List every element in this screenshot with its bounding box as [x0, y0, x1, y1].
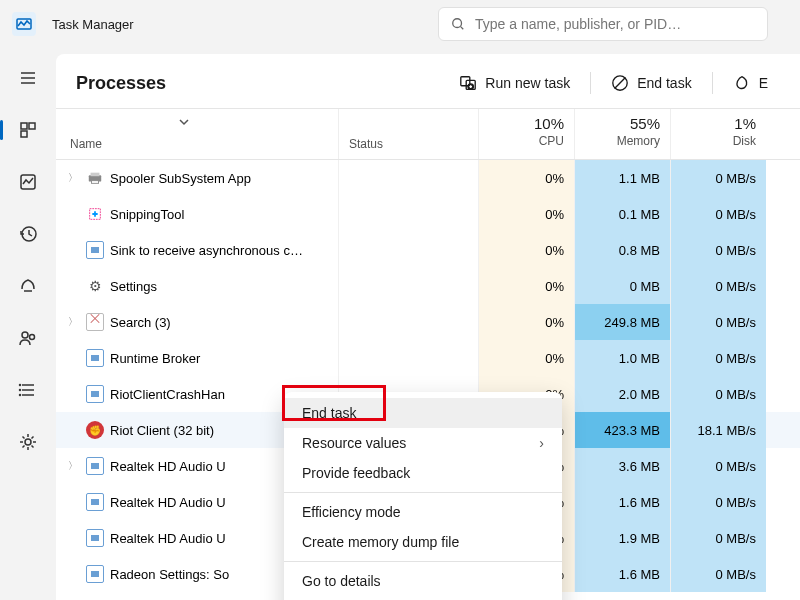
- cpu-cell: 0%: [478, 160, 574, 196]
- ctx-efficiency-mode[interactable]: Efficiency mode: [284, 497, 562, 527]
- process-icon: [86, 421, 104, 439]
- expand-chevron-icon[interactable]: 〉: [66, 171, 80, 185]
- table-row[interactable]: 〉Search (3)0%249.8 MB0 MB/s: [56, 304, 800, 340]
- svg-point-17: [20, 385, 21, 386]
- memory-cell: 0.1 MB: [574, 196, 670, 232]
- cpu-cell: 0%: [478, 196, 574, 232]
- process-icon: [86, 241, 104, 259]
- table-row[interactable]: Runtime Broker0%1.0 MB0 MB/s: [56, 340, 800, 376]
- status-cell: [338, 340, 478, 376]
- disk-cell: 0 MB/s: [670, 268, 766, 304]
- status-cell: [338, 160, 478, 196]
- ctx-provide-feedback[interactable]: Provide feedback: [284, 458, 562, 488]
- main-header: Processes Run new task End task E: [56, 54, 800, 109]
- process-name: Radeon Settings: So: [110, 567, 229, 582]
- app-title: Task Manager: [52, 17, 134, 32]
- memory-cell: 1.6 MB: [574, 484, 670, 520]
- col-status[interactable]: Status: [338, 109, 478, 159]
- run-new-task-button[interactable]: Run new task: [447, 68, 582, 98]
- context-menu: End task Resource values› Provide feedba…: [284, 392, 562, 600]
- hamburger-button[interactable]: [8, 58, 48, 98]
- process-icon: [86, 385, 104, 403]
- memory-cell: 3.6 MB: [574, 448, 670, 484]
- process-name: Realtek HD Audio U: [110, 495, 226, 510]
- process-name: SnippingTool: [110, 207, 184, 222]
- app-icon: [12, 12, 36, 36]
- memory-cell: 1.1 MB: [574, 160, 670, 196]
- efficiency-icon: [733, 74, 751, 92]
- svg-rect-7: [29, 123, 35, 129]
- svg-point-13: [30, 335, 35, 340]
- process-name-cell: Sink to receive asynchronous c…: [56, 241, 338, 259]
- col-disk[interactable]: 1%Disk: [670, 109, 766, 159]
- ctx-resource-values[interactable]: Resource values›: [284, 428, 562, 458]
- disk-cell: 0 MB/s: [670, 160, 766, 196]
- svg-rect-6: [21, 123, 27, 129]
- process-icon: [86, 493, 104, 511]
- sort-chevron-icon: [178, 115, 190, 129]
- nav-users[interactable]: [8, 318, 48, 358]
- process-name: Realtek HD Audio U: [110, 459, 226, 474]
- process-icon: [86, 565, 104, 583]
- ctx-create-dump[interactable]: Create memory dump file: [284, 527, 562, 557]
- process-icon: [86, 529, 104, 547]
- svg-rect-29: [91, 173, 100, 177]
- disk-cell: 0 MB/s: [670, 304, 766, 340]
- process-icon: [86, 457, 104, 475]
- process-icon: [86, 205, 104, 223]
- process-name: Spooler SubSystem App: [110, 171, 251, 186]
- svg-point-20: [25, 439, 31, 445]
- process-name: Sink to receive asynchronous c…: [110, 243, 303, 258]
- nav-details[interactable]: [8, 370, 48, 410]
- col-name[interactable]: Name: [56, 109, 338, 159]
- efficiency-mode-button[interactable]: E: [721, 68, 780, 98]
- table-header: Name Status 10%CPU 55%Memory 1%Disk: [56, 109, 800, 160]
- memory-cell: 1.6 MB: [574, 556, 670, 592]
- titlebar: Task Manager: [0, 0, 800, 48]
- search-box[interactable]: [438, 7, 768, 41]
- process-name-cell: SnippingTool: [56, 205, 338, 223]
- table-row[interactable]: SnippingTool0%0.1 MB0 MB/s: [56, 196, 800, 232]
- memory-cell: 1.0 MB: [574, 340, 670, 376]
- status-cell: [338, 268, 478, 304]
- memory-cell: 249.8 MB: [574, 304, 670, 340]
- disk-cell: 0 MB/s: [670, 232, 766, 268]
- memory-cell: 0 MB: [574, 268, 670, 304]
- disk-cell: 0 MB/s: [670, 376, 766, 412]
- nav-history[interactable]: [8, 214, 48, 254]
- table-row[interactable]: Settings0%0 MB0 MB/s: [56, 268, 800, 304]
- nav-startup[interactable]: [8, 266, 48, 306]
- nav-performance[interactable]: [8, 162, 48, 202]
- search-input[interactable]: [475, 16, 755, 32]
- page-title: Processes: [76, 73, 166, 94]
- disk-cell: 0 MB/s: [670, 448, 766, 484]
- cpu-cell: 0%: [478, 268, 574, 304]
- end-task-button[interactable]: End task: [599, 68, 703, 98]
- svg-point-12: [22, 332, 28, 338]
- process-name-cell: Runtime Broker: [56, 349, 338, 367]
- svg-point-18: [20, 390, 21, 391]
- table-row[interactable]: Sink to receive asynchronous c…0%0.8 MB0…: [56, 232, 800, 268]
- expand-chevron-icon[interactable]: 〉: [66, 315, 80, 329]
- search-icon: [451, 17, 465, 31]
- nav-processes[interactable]: [8, 110, 48, 150]
- svg-point-1: [453, 19, 462, 28]
- svg-rect-8: [21, 131, 27, 137]
- ctx-go-to-details[interactable]: Go to details: [284, 566, 562, 596]
- svg-rect-30: [91, 181, 98, 184]
- ctx-end-task[interactable]: End task: [284, 398, 562, 428]
- svg-line-2: [461, 27, 464, 30]
- memory-cell: 423.3 MB: [574, 412, 670, 448]
- table-row[interactable]: 〉Spooler SubSystem App0%1.1 MB0 MB/s: [56, 160, 800, 196]
- ctx-open-file-location[interactable]: Open file location: [284, 596, 562, 600]
- col-cpu[interactable]: 10%CPU: [478, 109, 574, 159]
- process-icon: [86, 277, 104, 295]
- process-name: Runtime Broker: [110, 351, 200, 366]
- expand-chevron-icon[interactable]: 〉: [66, 459, 80, 473]
- nav-settings[interactable]: [8, 422, 48, 462]
- process-name-cell: 〉Spooler SubSystem App: [56, 169, 338, 187]
- memory-cell: 0.8 MB: [574, 232, 670, 268]
- disk-cell: 0 MB/s: [670, 520, 766, 556]
- cpu-cell: 0%: [478, 232, 574, 268]
- col-memory[interactable]: 55%Memory: [574, 109, 670, 159]
